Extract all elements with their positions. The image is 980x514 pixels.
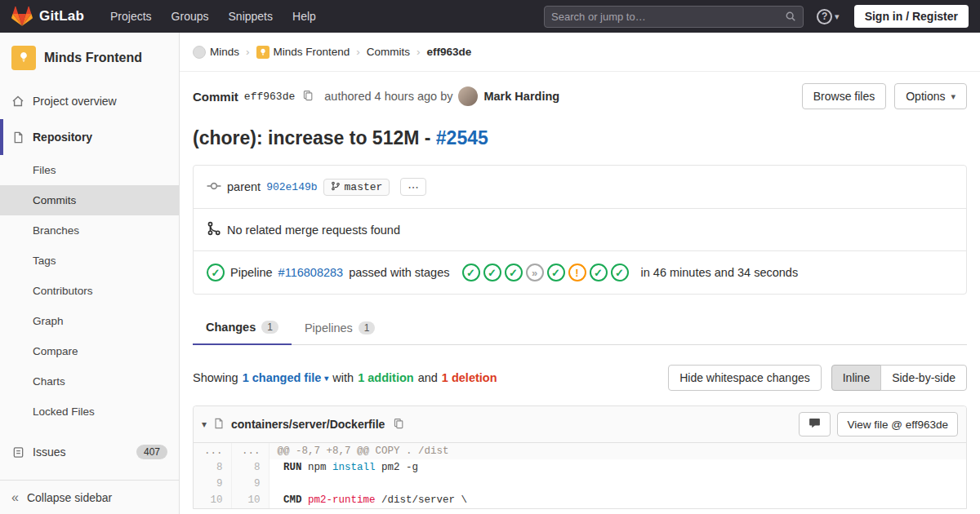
sidebar-item-commits[interactable]: Commits: [0, 185, 179, 215]
chevron-down-icon: ▾: [324, 374, 328, 383]
tab-changes[interactable]: Changes 1: [193, 312, 292, 345]
diff-table-body: ......@@ -8,7 +8,7 @@ COPY . /dist88 RUN…: [194, 443, 966, 508]
old-line-number[interactable]: 9: [194, 476, 231, 492]
pipeline-stage-5-success-icon[interactable]: ✓: [547, 264, 565, 281]
parent-sha-link[interactable]: 902e149b: [266, 181, 317, 193]
pipeline-id-link[interactable]: #116808283: [278, 266, 344, 279]
search-box[interactable]: [544, 6, 804, 28]
sign-in-button[interactable]: Sign in / Register: [854, 5, 969, 28]
commit-tabs: Changes 1 Pipelines 1: [193, 312, 967, 345]
pipeline-stage-6-warning-icon[interactable]: !: [568, 264, 586, 281]
copy-file-path-button[interactable]: [391, 418, 406, 432]
old-line-number[interactable]: 8: [194, 459, 231, 476]
sidebar-item-contributors[interactable]: Contributors: [0, 276, 179, 306]
git-commit-icon: [207, 179, 221, 196]
sidebar-item-tags[interactable]: Tags: [0, 246, 179, 276]
project-avatar: [11, 46, 36, 70]
project-title: Minds Frontend: [44, 51, 142, 65]
tab-count-badge: 1: [359, 321, 376, 335]
sidebar-item-locked-files[interactable]: Locked Files: [0, 397, 179, 427]
pipeline-stage-3-success-icon[interactable]: ✓: [505, 264, 523, 281]
pipeline-stage-1-success-icon[interactable]: ✓: [462, 264, 480, 281]
copy-sha-button[interactable]: [301, 90, 315, 104]
pipeline-stage-4-skipped-icon[interactable]: »: [526, 264, 544, 281]
sidebar-item-branches[interactable]: Branches: [0, 215, 179, 246]
commit-title: (chore): increase to 512M - #2545: [193, 126, 967, 150]
breadcrumb-separator-icon: ›: [416, 46, 421, 58]
parent-label: parent: [227, 180, 261, 193]
breadcrumb: Minds›Minds Frontend›Commits›eff963de: [193, 46, 471, 59]
tab-pipelines[interactable]: Pipelines 1: [292, 312, 389, 344]
sidebar-item-label: Issues: [33, 445, 65, 459]
tab-label: Pipelines: [305, 321, 353, 335]
hide-whitespace-button[interactable]: Hide whitespace changes: [668, 365, 822, 391]
question-icon: ?: [817, 9, 832, 24]
pipeline-row: ✓ Pipeline #116808283 passed with stages…: [194, 251, 966, 294]
new-line-number[interactable]: 10: [231, 492, 269, 508]
tab-label: Changes: [206, 321, 256, 334]
pipeline-stage-8-success-icon[interactable]: ✓: [611, 264, 629, 281]
new-line-number[interactable]: 8: [231, 459, 269, 476]
project-sidebar: Minds Frontend Project overview Reposito…: [0, 33, 180, 514]
sidebar-item-charts[interactable]: Charts: [0, 366, 179, 397]
diff-line-content: @@ -8,7 +8,7 @@ COPY . /dist: [269, 443, 966, 459]
old-line-number[interactable]: 10: [194, 492, 231, 508]
options-dropdown-button[interactable]: Options ▾: [894, 83, 967, 109]
expand-branches-button[interactable]: ⋯: [400, 178, 426, 196]
sidebar-item-files[interactable]: Files: [0, 155, 179, 185]
gitlab-tanuki-icon: [11, 6, 33, 27]
search-icon: [785, 11, 796, 22]
pipeline-stage-7-success-icon[interactable]: ✓: [590, 264, 608, 281]
comment-bubble-icon: [808, 417, 821, 432]
help-dropdown[interactable]: ? ▾: [817, 9, 840, 24]
sidebar-item-repository[interactable]: Repository: [0, 119, 179, 155]
pipeline-prefix: Pipeline: [230, 266, 273, 279]
code-segment: CMD: [278, 494, 302, 506]
chevron-down-icon: ▾: [835, 11, 840, 22]
file-path[interactable]: containers/server/Dockerfile: [231, 418, 385, 431]
browse-files-button[interactable]: Browse files: [802, 83, 886, 109]
inline-view-button[interactable]: Inline: [831, 365, 881, 391]
collapse-diff-caret-icon[interactable]: ▾: [202, 419, 207, 430]
nav-menu: ProjectsGroupsSnippetsHelp: [110, 10, 316, 23]
nav-menu-item-snippets[interactable]: Snippets: [229, 10, 273, 23]
git-merge-icon: [207, 221, 221, 238]
view-file-button[interactable]: View file @ eff963de: [837, 412, 958, 436]
branch-badge[interactable]: master: [323, 179, 390, 196]
sidebar-item-compare[interactable]: Compare: [0, 336, 179, 366]
pipeline-stage-2-success-icon[interactable]: ✓: [483, 264, 501, 281]
sidebar-item-label: Project overview: [33, 95, 117, 108]
pipeline-status-icon[interactable]: ✓: [207, 264, 225, 281]
breadcrumb-label: eff963de: [427, 46, 472, 58]
gitlab-home-link[interactable]: GitLab: [11, 6, 84, 27]
old-line-number: ...: [194, 443, 231, 459]
breadcrumb-item-minds[interactable]: Minds: [193, 46, 239, 59]
nav-menu-item-projects[interactable]: Projects: [110, 10, 152, 23]
related-mr-text: No related merge requests found: [227, 224, 400, 237]
toggle-comments-button[interactable]: [799, 412, 831, 436]
clipboard-icon: [302, 90, 314, 104]
merge-request-number-link[interactable]: #2545: [436, 127, 488, 148]
sidebar-item-graph[interactable]: Graph: [0, 306, 179, 336]
tab-count-badge: 1: [261, 321, 278, 334]
author-avatar[interactable]: [458, 86, 478, 106]
new-line-number[interactable]: 9: [231, 476, 269, 492]
branch-icon: [331, 181, 341, 193]
author-link[interactable]: Mark Harding: [483, 90, 559, 103]
sidebar-item-issues[interactable]: Issues 407: [0, 434, 179, 470]
diff-row: ......@@ -8,7 +8,7 @@ COPY . /dist: [194, 443, 966, 459]
sidebar-item-project-overview[interactable]: Project overview: [0, 83, 179, 119]
search-input[interactable]: [551, 11, 785, 23]
changed-files-dropdown[interactable]: 1 changed file ▾: [243, 371, 329, 384]
and-label: and: [418, 371, 438, 384]
breadcrumb-item-minds-frontend[interactable]: Minds Frontend: [256, 46, 350, 59]
repository-icon: [11, 131, 24, 144]
nav-menu-item-help[interactable]: Help: [292, 10, 316, 23]
collapse-sidebar-button[interactable]: « Collapse sidebar: [0, 480, 179, 514]
breadcrumb-item-eff963de: eff963de: [427, 46, 472, 58]
project-context-header[interactable]: Minds Frontend: [0, 33, 179, 83]
side-by-side-view-button[interactable]: Side-by-side: [880, 365, 967, 391]
diff-toolbar: Showing 1 changed file ▾ with 1 addition…: [193, 365, 967, 391]
breadcrumb-item-commits[interactable]: Commits: [367, 46, 410, 58]
nav-menu-item-groups[interactable]: Groups: [172, 10, 209, 23]
